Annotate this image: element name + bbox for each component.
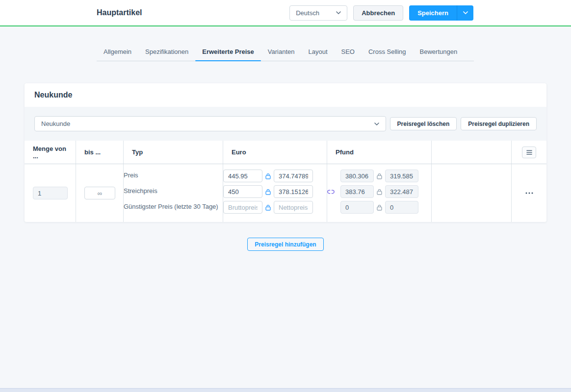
lock-icon: [377, 173, 382, 179]
euro-cheapest-price-line: [223, 201, 327, 214]
pound-price-line: [327, 170, 431, 182]
lock-icon: [377, 204, 382, 211]
column-pound: Pfund: [327, 141, 432, 164]
lock-icon[interactable]: [265, 204, 271, 211]
quantity-to-input[interactable]: [84, 187, 115, 199]
price-table-header: Menge von ... bis ... Typ Euro Pfund: [25, 141, 546, 164]
list-icon: [526, 150, 532, 155]
cell-spacer: [432, 164, 512, 222]
quantity-from-input[interactable]: [33, 187, 68, 199]
tab-layout[interactable]: Layout: [301, 44, 334, 61]
pound-cheapest-net-input[interactable]: [385, 201, 418, 214]
pound-cheapest-price-line: [327, 201, 431, 214]
cell-quantity-from: [25, 164, 76, 222]
language-select-value: Deutsch: [296, 9, 319, 17]
euro-list-price-gross-input[interactable]: [223, 185, 262, 198]
price-rule-card-header: Neukunde: [25, 83, 546, 107]
smart-bar: Hauptartikel Deutsch Abbrechen Speichern: [0, 0, 571, 26]
tab-varianten[interactable]: Varianten: [261, 44, 302, 61]
type-label-price: Preis: [124, 170, 223, 185]
price-rule-toolbar: Neukunde Preisregel löschen Preisregel d…: [25, 107, 546, 141]
chevron-down-icon: [374, 122, 379, 125]
column-euro: Euro: [223, 141, 327, 164]
tab-bewertungen[interactable]: Bewertungen: [413, 44, 465, 61]
price-rule-card: Neukunde Neukunde Preisregel löschen Pre…: [25, 83, 546, 222]
smart-bar-inner: Hauptartikel Deutsch Abbrechen Speichern: [97, 5, 473, 21]
duplicate-price-rule-button[interactable]: Preisregel duplizieren: [461, 117, 537, 130]
price-rule-card-title: Neukunde: [34, 91, 72, 99]
rule-select-value: Neukunde: [41, 120, 70, 127]
rule-select[interactable]: Neukunde: [34, 116, 386, 131]
tab-spezifikationen[interactable]: Spezifikationen: [138, 44, 195, 61]
save-options-button[interactable]: [457, 5, 473, 21]
pound-list-price-line: [327, 185, 431, 198]
lock-icon[interactable]: [265, 173, 271, 179]
euro-cheapest-gross-input[interactable]: [223, 201, 262, 214]
euro-list-price-line: [223, 185, 327, 198]
add-rule-container: Preisregel hinzufügen: [0, 238, 571, 251]
column-quantity-from: Menge von ...: [25, 141, 76, 164]
ellipsis-icon: [525, 192, 533, 194]
euro-price-gross-input[interactable]: [223, 170, 262, 182]
cell-euro: [223, 164, 327, 222]
column-type: Typ: [124, 141, 223, 164]
tab-cross-selling[interactable]: Cross Selling: [362, 44, 413, 61]
pound-price-gross-input[interactable]: [340, 170, 374, 182]
pound-list-price-gross-input[interactable]: [340, 185, 374, 198]
column-settings-button[interactable]: [522, 147, 536, 158]
euro-price-net-input[interactable]: [274, 170, 313, 182]
row-context-menu-button[interactable]: [512, 164, 546, 222]
link-icon[interactable]: [327, 190, 337, 194]
smart-bar-actions: Deutsch Abbrechen Speichern: [289, 5, 473, 21]
euro-price-line: [223, 170, 327, 182]
save-split-button: Speichern: [409, 5, 473, 21]
tab-seo[interactable]: SEO: [335, 44, 362, 61]
product-detail-tabs: Allgemein Spezifikationen Erweiterte Pre…: [97, 44, 474, 61]
column-quantity-to: bis ...: [76, 141, 124, 164]
lock-icon[interactable]: [265, 189, 271, 195]
lock-icon: [377, 189, 382, 195]
cell-type: Preis Streichpreis Günstigster Preis (le…: [124, 164, 223, 222]
save-button[interactable]: Speichern: [409, 5, 457, 21]
pound-price-net-input[interactable]: [385, 170, 418, 182]
delete-price-rule-button[interactable]: Preisregel löschen: [390, 117, 457, 130]
cancel-button[interactable]: Abbrechen: [353, 5, 403, 21]
pound-list-price-net-input[interactable]: [385, 185, 418, 198]
tab-allgemein[interactable]: Allgemein: [97, 44, 138, 61]
type-label-cheapest-price: Günstigster Preis (letzte 30 Tage): [124, 201, 223, 217]
column-settings: [512, 141, 546, 164]
chevron-down-icon: [336, 11, 341, 14]
horizontal-scrollbar[interactable]: [0, 388, 571, 392]
language-select[interactable]: Deutsch: [289, 5, 347, 21]
euro-list-price-net-input[interactable]: [274, 185, 313, 198]
euro-cheapest-net-input[interactable]: [274, 201, 313, 214]
price-table-row: Preis Streichpreis Günstigster Preis (le…: [25, 164, 546, 222]
page-title: Hauptartikel: [97, 8, 142, 17]
tab-erweiterte-preise[interactable]: Erweiterte Preise: [195, 44, 261, 61]
cell-pound: [327, 164, 432, 222]
add-price-rule-button[interactable]: Preisregel hinzufügen: [247, 238, 323, 251]
cell-quantity-to: [76, 164, 124, 222]
column-spacer: [432, 141, 512, 164]
chevron-down-icon: [463, 11, 468, 14]
pound-cheapest-gross-input[interactable]: [340, 201, 374, 214]
type-label-list-price: Streichpreis: [124, 185, 223, 201]
